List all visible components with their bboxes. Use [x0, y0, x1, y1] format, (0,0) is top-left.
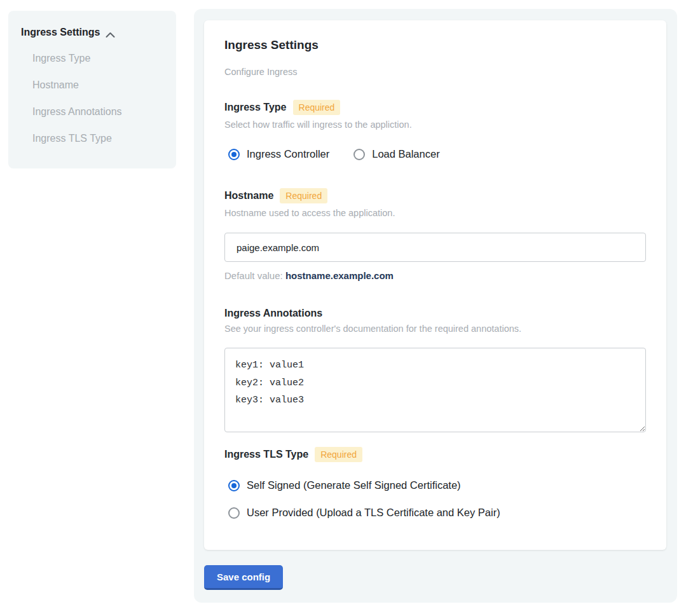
sidebar-item-ingress-annotations[interactable]: Ingress Annotations — [21, 99, 163, 125]
chevron-up-icon — [106, 29, 115, 36]
sidebar-nav-list: Ingress Type Hostname Ingress Annotation… — [21, 45, 163, 152]
sidebar-item-ingress-type[interactable]: Ingress Type — [21, 45, 163, 72]
annotations-section: Ingress Annotations See your ingress con… — [224, 308, 646, 432]
radio-label: Ingress Controller — [247, 148, 329, 160]
hostname-default-value: Default value: hostname.example.com — [224, 270, 646, 281]
radio-label: Load Balancer — [372, 148, 439, 160]
required-badge: Required — [293, 100, 341, 115]
page-subtitle: Configure Ingress — [224, 67, 646, 77]
ingress-type-label: Ingress Type — [224, 102, 287, 113]
sidebar-item-hostname[interactable]: Hostname — [21, 72, 163, 99]
tls-type-radio-group: Self Signed (Generate Self Signed Certif… — [224, 479, 646, 519]
tls-type-label: Ingress TLS Type — [224, 449, 308, 460]
required-badge: Required — [280, 188, 327, 203]
ingress-type-section: Ingress Type Required Select how traffic… — [224, 100, 646, 160]
radio-icon — [228, 480, 240, 491]
ingress-settings-card: Ingress Settings Configure Ingress Ingre… — [204, 20, 666, 550]
sidebar-section-title: Ingress Settings — [21, 27, 100, 38]
radio-label: Self Signed (Generate Self Signed Certif… — [247, 479, 461, 491]
hostname-section: Hostname Required Hostname used to acces… — [224, 188, 646, 281]
annotations-help: See your ingress controller's documentat… — [224, 324, 646, 334]
hostname-label: Hostname — [224, 190, 273, 202]
radio-icon — [228, 149, 240, 160]
ingress-type-radio-group: Ingress Controller Load Balancer — [224, 148, 646, 160]
annotations-label: Ingress Annotations — [224, 308, 322, 319]
radio-option-load-balancer[interactable]: Load Balancer — [353, 148, 439, 160]
default-value-prefix: Default value: — [224, 270, 285, 281]
radio-icon — [228, 507, 240, 519]
page-title: Ingress Settings — [224, 38, 646, 52]
settings-sidebar: Ingress Settings Ingress Type Hostname I… — [8, 11, 176, 168]
required-badge: Required — [315, 447, 362, 462]
save-config-button[interactable]: Save config — [204, 565, 283, 590]
sidebar-item-ingress-tls-type[interactable]: Ingress TLS Type — [21, 125, 163, 152]
radio-option-self-signed[interactable]: Self Signed (Generate Self Signed Certif… — [228, 479, 646, 491]
sidebar-section-toggle[interactable]: Ingress Settings — [21, 27, 163, 38]
radio-option-ingress-controller[interactable]: Ingress Controller — [228, 148, 329, 160]
hostname-input[interactable] — [224, 233, 646, 262]
radio-icon — [353, 149, 365, 160]
radio-option-user-provided[interactable]: User Provided (Upload a TLS Certificate … — [228, 507, 646, 519]
radio-label: User Provided (Upload a TLS Certificate … — [247, 507, 500, 519]
hostname-help: Hostname used to access the application. — [224, 208, 646, 218]
annotations-textarea[interactable]: key1: value1 key2: value2 key3: value3 — [224, 348, 646, 432]
default-value-text: hostname.example.com — [285, 270, 394, 281]
settings-panel: Ingress Settings Configure Ingress Ingre… — [194, 9, 677, 603]
tls-type-section: Ingress TLS Type Required Self Signed (G… — [224, 447, 646, 519]
ingress-type-help: Select how traffic will ingress to the a… — [224, 120, 646, 130]
